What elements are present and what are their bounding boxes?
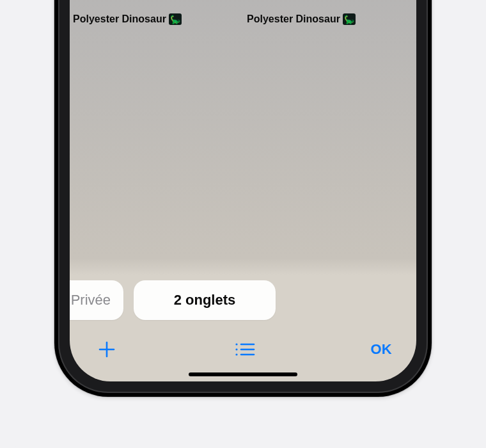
- list-bullet-icon: [234, 341, 256, 358]
- svg-point-4: [236, 353, 238, 355]
- dinosaur-icon: 🦕: [169, 13, 182, 25]
- tab-overview: Polyester Dinosaur 🦕 Polyester Dinosaur …: [70, 0, 416, 381]
- plus-icon: [97, 340, 116, 359]
- phone-inner-frame: Polyester Dinosaur 🦕 Polyester Dinosaur …: [58, 0, 428, 393]
- dinosaur-icon: 🦕: [343, 13, 356, 25]
- tab-title: Polyester Dinosaur: [247, 13, 340, 25]
- private-label: Privée: [71, 292, 111, 308]
- done-button[interactable]: OK: [368, 336, 395, 363]
- svg-point-3: [236, 348, 238, 350]
- tab-title: Polyester Dinosaur: [73, 13, 166, 25]
- toolbar: OK: [70, 329, 416, 370]
- phone-frame: Polyester Dinosaur 🦕 Polyester Dinosaur …: [54, 0, 432, 397]
- tab-thumbnail[interactable]: Polyester Dinosaur 🦕: [205, 10, 397, 28]
- tab-thumbnail[interactable]: Polyester Dinosaur 🦕: [70, 10, 223, 28]
- canvas: Polyester Dinosaur 🦕 Polyester Dinosaur …: [0, 0, 486, 448]
- private-group-pill[interactable]: Privée: [70, 280, 123, 320]
- screen: Polyester Dinosaur 🦕 Polyester Dinosaur …: [70, 0, 416, 381]
- tabs-group-pill[interactable]: 2 onglets: [134, 280, 276, 320]
- tab-groups-button[interactable]: [230, 334, 260, 365]
- svg-point-2: [236, 343, 238, 345]
- new-tab-button[interactable]: [91, 334, 122, 365]
- tab-group-switcher[interactable]: Privée 2 onglets: [70, 276, 416, 324]
- home-indicator[interactable]: [189, 372, 297, 376]
- tabs-count-label: 2 onglets: [174, 292, 236, 308]
